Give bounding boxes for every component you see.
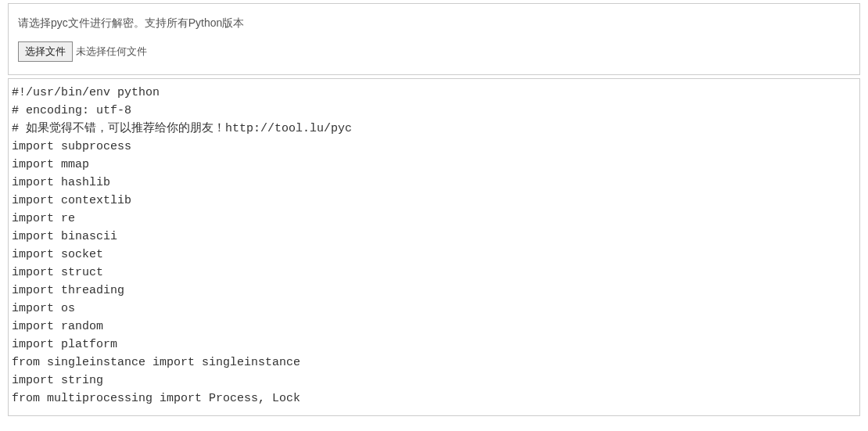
file-input-row: 选择文件 未选择任何文件: [18, 41, 850, 62]
upload-instruction: 请选择pyc文件进行解密。支持所有Python版本: [18, 16, 850, 31]
file-select-button[interactable]: 选择文件: [18, 41, 73, 62]
file-status-text: 未选择任何文件: [76, 45, 147, 59]
upload-panel: 请选择pyc文件进行解密。支持所有Python版本 选择文件 未选择任何文件: [8, 3, 860, 75]
code-output[interactable]: #!/usr/bin/env python # encoding: utf-8 …: [8, 78, 860, 416]
code-output-wrapper: #!/usr/bin/env python # encoding: utf-8 …: [8, 78, 860, 416]
